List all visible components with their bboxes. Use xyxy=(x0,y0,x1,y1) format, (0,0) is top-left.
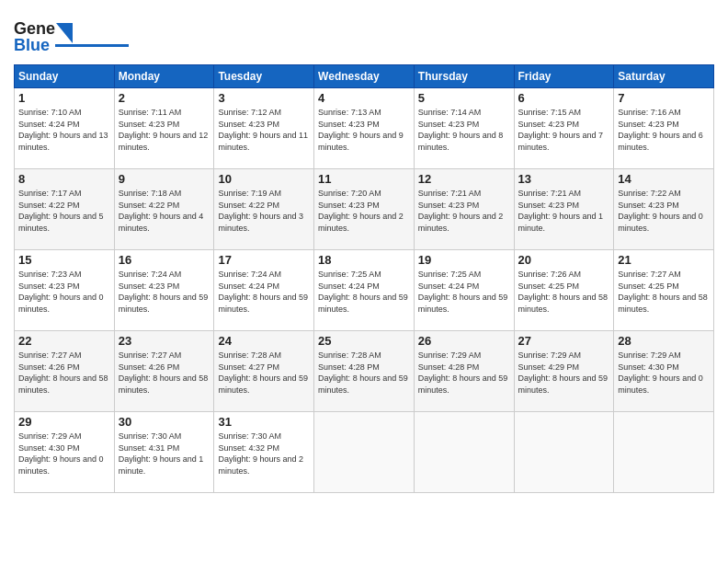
day-number: 26 xyxy=(418,334,510,348)
day-number: 12 xyxy=(418,172,510,186)
day-info: Sunrise: 7:24 AMSunset: 4:24 PMDaylight:… xyxy=(218,269,310,315)
calendar-week-row: 8Sunrise: 7:17 AMSunset: 4:22 PMDaylight… xyxy=(15,169,714,250)
day-number: 9 xyxy=(119,172,210,186)
calendar-cell: 29Sunrise: 7:29 AMSunset: 4:30 PMDayligh… xyxy=(15,412,115,493)
day-number: 7 xyxy=(618,91,710,105)
calendar-cell: 5Sunrise: 7:14 AMSunset: 4:23 PMDaylight… xyxy=(414,88,514,169)
day-info: Sunrise: 7:15 AMSunset: 4:23 PMDaylight:… xyxy=(518,107,610,153)
day-number: 1 xyxy=(18,91,110,105)
header: General Blue xyxy=(14,14,714,55)
calendar-cell: 17Sunrise: 7:24 AMSunset: 4:24 PMDayligh… xyxy=(214,250,314,331)
calendar-cell: 21Sunrise: 7:27 AMSunset: 4:25 PMDayligh… xyxy=(614,250,714,331)
calendar-cell: 18Sunrise: 7:25 AMSunset: 4:24 PMDayligh… xyxy=(314,250,415,331)
day-info: Sunrise: 7:27 AMSunset: 4:26 PMDaylight:… xyxy=(18,350,110,396)
day-info: Sunrise: 7:17 AMSunset: 4:22 PMDaylight:… xyxy=(18,188,110,234)
calendar-header-row: SundayMondayTuesdayWednesdayThursdayFrid… xyxy=(15,65,714,88)
day-info: Sunrise: 7:29 AMSunset: 4:28 PMDaylight:… xyxy=(418,350,510,396)
calendar-cell: 20Sunrise: 7:26 AMSunset: 4:25 PMDayligh… xyxy=(514,250,614,331)
day-info: Sunrise: 7:22 AMSunset: 4:23 PMDaylight:… xyxy=(618,188,710,234)
calendar-cell: 8Sunrise: 7:17 AMSunset: 4:22 PMDaylight… xyxy=(15,169,115,250)
svg-text:General: General xyxy=(14,19,55,38)
calendar-cell xyxy=(414,412,514,493)
day-info: Sunrise: 7:21 AMSunset: 4:23 PMDaylight:… xyxy=(518,188,610,234)
calendar-header-saturday: Saturday xyxy=(614,65,714,88)
calendar-cell: 10Sunrise: 7:19 AMSunset: 4:22 PMDayligh… xyxy=(214,169,314,250)
day-number: 6 xyxy=(518,91,610,105)
day-number: 11 xyxy=(318,172,410,186)
logo-arrow-icon xyxy=(56,23,73,43)
calendar-week-row: 15Sunrise: 7:23 AMSunset: 4:23 PMDayligh… xyxy=(15,250,714,331)
day-info: Sunrise: 7:11 AMSunset: 4:23 PMDaylight:… xyxy=(119,107,210,153)
day-number: 2 xyxy=(119,91,210,105)
calendar-cell xyxy=(614,412,714,493)
day-info: Sunrise: 7:30 AMSunset: 4:32 PMDaylight:… xyxy=(218,431,310,477)
day-info: Sunrise: 7:16 AMSunset: 4:23 PMDaylight:… xyxy=(618,107,710,153)
day-info: Sunrise: 7:18 AMSunset: 4:22 PMDaylight:… xyxy=(119,188,210,234)
calendar-cell: 16Sunrise: 7:24 AMSunset: 4:23 PMDayligh… xyxy=(114,250,214,331)
day-number: 16 xyxy=(119,253,210,267)
calendar-cell xyxy=(314,412,415,493)
calendar-cell: 24Sunrise: 7:28 AMSunset: 4:27 PMDayligh… xyxy=(214,331,314,412)
calendar-cell: 9Sunrise: 7:18 AMSunset: 4:22 PMDaylight… xyxy=(114,169,214,250)
day-number: 13 xyxy=(518,172,610,186)
calendar-header-tuesday: Tuesday xyxy=(214,65,314,88)
day-info: Sunrise: 7:30 AMSunset: 4:31 PMDaylight:… xyxy=(119,431,210,477)
calendar-cell: 30Sunrise: 7:30 AMSunset: 4:31 PMDayligh… xyxy=(114,412,214,493)
calendar-table: SundayMondayTuesdayWednesdayThursdayFrid… xyxy=(14,64,714,493)
day-info: Sunrise: 7:13 AMSunset: 4:23 PMDaylight:… xyxy=(318,107,410,153)
logo-underline xyxy=(55,44,129,47)
day-number: 14 xyxy=(618,172,710,186)
calendar-header-friday: Friday xyxy=(514,65,614,88)
day-number: 8 xyxy=(18,172,110,186)
calendar-week-row: 1Sunrise: 7:10 AMSunset: 4:24 PMDaylight… xyxy=(15,88,714,169)
day-info: Sunrise: 7:24 AMSunset: 4:23 PMDaylight:… xyxy=(119,269,210,315)
calendar-cell xyxy=(514,412,614,493)
logo-icon: General Blue xyxy=(14,14,55,55)
day-number: 20 xyxy=(518,253,610,267)
day-info: Sunrise: 7:21 AMSunset: 4:23 PMDaylight:… xyxy=(418,188,510,234)
day-number: 27 xyxy=(518,334,610,348)
page: General Blue SundayMondayT xyxy=(0,0,728,563)
day-number: 4 xyxy=(318,91,410,105)
calendar-cell: 27Sunrise: 7:29 AMSunset: 4:29 PMDayligh… xyxy=(514,331,614,412)
day-number: 22 xyxy=(18,334,110,348)
calendar-header-sunday: Sunday xyxy=(15,65,115,88)
day-number: 31 xyxy=(218,415,310,429)
day-number: 30 xyxy=(119,415,210,429)
day-info: Sunrise: 7:19 AMSunset: 4:22 PMDaylight:… xyxy=(218,188,310,234)
calendar-cell: 12Sunrise: 7:21 AMSunset: 4:23 PMDayligh… xyxy=(414,169,514,250)
calendar-cell: 7Sunrise: 7:16 AMSunset: 4:23 PMDaylight… xyxy=(614,88,714,169)
calendar-cell: 14Sunrise: 7:22 AMSunset: 4:23 PMDayligh… xyxy=(614,169,714,250)
calendar-cell: 22Sunrise: 7:27 AMSunset: 4:26 PMDayligh… xyxy=(15,331,115,412)
calendar-cell: 1Sunrise: 7:10 AMSunset: 4:24 PMDaylight… xyxy=(15,88,115,169)
logo: General Blue xyxy=(14,14,129,55)
day-info: Sunrise: 7:12 AMSunset: 4:23 PMDaylight:… xyxy=(218,107,310,153)
calendar-cell: 26Sunrise: 7:29 AMSunset: 4:28 PMDayligh… xyxy=(414,331,514,412)
day-info: Sunrise: 7:27 AMSunset: 4:25 PMDaylight:… xyxy=(618,269,710,315)
calendar-cell: 31Sunrise: 7:30 AMSunset: 4:32 PMDayligh… xyxy=(214,412,314,493)
calendar-header-monday: Monday xyxy=(114,65,214,88)
day-info: Sunrise: 7:23 AMSunset: 4:23 PMDaylight:… xyxy=(18,269,110,315)
calendar-cell: 23Sunrise: 7:27 AMSunset: 4:26 PMDayligh… xyxy=(114,331,214,412)
svg-text:Blue: Blue xyxy=(14,36,50,54)
day-number: 21 xyxy=(618,253,710,267)
calendar-header-thursday: Thursday xyxy=(414,65,514,88)
day-number: 23 xyxy=(119,334,210,348)
day-number: 3 xyxy=(218,91,310,105)
day-info: Sunrise: 7:28 AMSunset: 4:27 PMDaylight:… xyxy=(218,350,310,396)
day-number: 24 xyxy=(218,334,310,348)
day-number: 18 xyxy=(318,253,410,267)
day-number: 19 xyxy=(418,253,510,267)
calendar-week-row: 22Sunrise: 7:27 AMSunset: 4:26 PMDayligh… xyxy=(15,331,714,412)
calendar-cell: 28Sunrise: 7:29 AMSunset: 4:30 PMDayligh… xyxy=(614,331,714,412)
day-info: Sunrise: 7:29 AMSunset: 4:30 PMDaylight:… xyxy=(618,350,710,396)
day-number: 15 xyxy=(18,253,110,267)
calendar-cell: 11Sunrise: 7:20 AMSunset: 4:23 PMDayligh… xyxy=(314,169,415,250)
calendar-week-row: 29Sunrise: 7:29 AMSunset: 4:30 PMDayligh… xyxy=(15,412,714,493)
day-info: Sunrise: 7:29 AMSunset: 4:30 PMDaylight:… xyxy=(18,431,110,477)
calendar-cell: 19Sunrise: 7:25 AMSunset: 4:24 PMDayligh… xyxy=(414,250,514,331)
day-number: 29 xyxy=(18,415,110,429)
day-info: Sunrise: 7:25 AMSunset: 4:24 PMDaylight:… xyxy=(318,269,410,315)
day-info: Sunrise: 7:10 AMSunset: 4:24 PMDaylight:… xyxy=(18,107,110,153)
day-info: Sunrise: 7:27 AMSunset: 4:26 PMDaylight:… xyxy=(119,350,210,396)
